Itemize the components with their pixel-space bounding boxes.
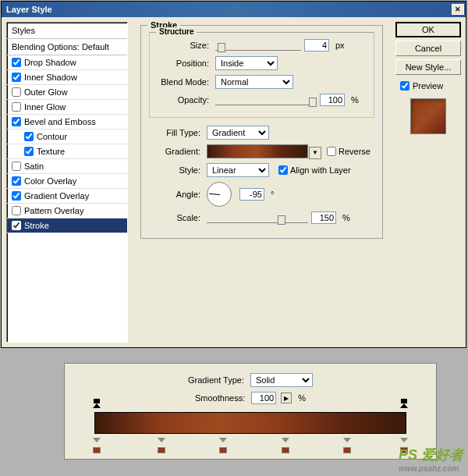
style-checkbox[interactable] [24, 147, 34, 156]
style-label: Drop Shadow [24, 58, 76, 67]
filltype-label: Fill Type: [149, 128, 204, 137]
color-stop[interactable] [282, 438, 289, 442]
size-label: Size: [158, 41, 212, 50]
style-select[interactable]: Linear [207, 163, 269, 177]
color-stop[interactable] [343, 438, 351, 442]
style-checkbox[interactable] [12, 117, 21, 126]
style-checkbox[interactable] [12, 102, 21, 112]
watermark: PS 爱好者 www.psahz.com [399, 446, 463, 473]
style-label: Satin [24, 162, 44, 171]
opacity-slider[interactable] [215, 94, 317, 105]
style-label: Outer Glow [24, 87, 68, 97]
structure-title: Structure [156, 27, 197, 36]
style-item-bevel-and-emboss[interactable]: Bevel and Emboss [7, 115, 127, 130]
smooth-label: Smoothness: [195, 393, 245, 403]
styles-header[interactable]: Styles [7, 23, 127, 39]
new-style-button[interactable]: New Style... [395, 59, 461, 75]
style-checkbox[interactable] [12, 87, 21, 97]
style-item-satin[interactable]: Satin [7, 159, 127, 174]
style-label: Contour [37, 132, 67, 141]
style-checkbox[interactable] [12, 162, 21, 171]
structure-fieldset: Structure Size: px Position: Inside Blen… [149, 32, 374, 118]
angle-label: Angle: [149, 190, 204, 199]
style-checkbox[interactable] [12, 191, 21, 201]
title-bar: Layer Style ✕ [2, 2, 466, 17]
close-button[interactable]: ✕ [452, 4, 464, 15]
style-checkbox[interactable] [12, 221, 21, 230]
opacity-stop[interactable] [93, 403, 101, 408]
color-stop[interactable] [400, 438, 408, 442]
style-item-drop-shadow[interactable]: Drop Shadow [7, 55, 127, 70]
style-item-texture[interactable]: Texture [7, 144, 127, 159]
pct-unit-2: % [339, 213, 350, 222]
style-item-stroke[interactable]: Stroke [7, 218, 127, 233]
gradtype-select[interactable]: Solid [250, 373, 313, 387]
style-item-color-overlay[interactable]: Color Overlay [7, 174, 127, 189]
opacity-input[interactable] [320, 94, 345, 106]
gradient-bar[interactable] [94, 412, 406, 434]
gradient-label: Gradient: [149, 147, 204, 156]
smooth-input[interactable] [251, 392, 276, 404]
style-item-gradient-overlay[interactable]: Gradient Overlay [7, 189, 127, 204]
scale-slider[interactable] [207, 212, 308, 223]
gradtype-label: Gradient Type: [188, 375, 244, 385]
align-label: Align with Layer [290, 165, 351, 175]
ok-button[interactable]: OK [395, 22, 461, 37]
style-checkbox[interactable] [24, 132, 34, 141]
style-item-contour[interactable]: Contour [7, 130, 127, 144]
scale-input[interactable] [311, 211, 336, 224]
style-label: Style: [149, 165, 204, 175]
style-label: Gradient Overlay [24, 191, 89, 201]
color-stop[interactable] [158, 438, 165, 442]
angle-dial[interactable] [207, 182, 232, 207]
blendmode-select[interactable]: Normal [215, 75, 293, 89]
position-label: Position: [158, 59, 212, 68]
color-stop[interactable] [93, 438, 101, 442]
button-panel: OK Cancel New Style... Preview [395, 22, 461, 343]
position-select[interactable]: Inside [215, 56, 278, 70]
style-item-outer-glow[interactable]: Outer Glow [7, 85, 127, 100]
size-slider[interactable] [215, 40, 301, 51]
align-checkbox[interactable] [278, 165, 288, 175]
px-unit: px [332, 41, 345, 50]
opacity-stop[interactable] [400, 403, 408, 408]
reverse-label: Reverse [339, 147, 370, 156]
deg-unit: ° [268, 190, 274, 199]
filltype-select[interactable]: Gradient [207, 126, 269, 140]
style-label: Color Overlay [24, 176, 76, 186]
angle-input[interactable] [239, 188, 264, 201]
stroke-panel: Stroke Structure Size: px Position: Insi… [134, 22, 389, 343]
style-item-inner-glow[interactable]: Inner Glow [7, 100, 127, 115]
styles-list: Styles Blending Options: Default Drop Sh… [6, 22, 128, 343]
cancel-button[interactable]: Cancel [395, 41, 461, 56]
preview-checkbox[interactable] [400, 81, 410, 91]
style-checkbox[interactable] [12, 73, 21, 82]
style-label: Stroke [24, 221, 49, 230]
blendmode-label: Blend Mode: [158, 77, 212, 87]
size-input[interactable] [304, 39, 329, 52]
scale-label: Scale: [149, 213, 204, 222]
stroke-fieldset: Stroke Structure Size: px Position: Insi… [140, 25, 383, 239]
style-label: Bevel and Emboss [24, 117, 96, 126]
pct-unit: % [348, 95, 359, 105]
style-label: Inner Glow [24, 102, 66, 112]
gradient-swatch[interactable] [207, 144, 308, 158]
opacity-label: Opacity: [158, 95, 212, 105]
dialog-title: Layer Style [6, 5, 52, 14]
style-label: Pattern Overlay [24, 206, 83, 215]
preview-label: Preview [413, 81, 443, 91]
style-item-pattern-overlay[interactable]: Pattern Overlay [7, 204, 127, 218]
style-checkbox[interactable] [12, 176, 21, 186]
preview-swatch [410, 98, 446, 134]
style-checkbox[interactable] [12, 58, 21, 67]
style-label: Texture [37, 147, 65, 156]
style-item-inner-shadow[interactable]: Inner Shadow [7, 70, 127, 85]
smooth-pct: % [295, 393, 306, 403]
reverse-checkbox[interactable] [327, 147, 336, 156]
style-label: Inner Shadow [24, 73, 77, 82]
smooth-arrow-button[interactable]: ▶ [281, 393, 292, 403]
blending-options-item[interactable]: Blending Options: Default [7, 39, 127, 55]
layer-style-dialog: Layer Style ✕ Styles Blending Options: D… [1, 1, 466, 348]
color-stop[interactable] [219, 438, 227, 442]
style-checkbox[interactable] [12, 206, 21, 215]
